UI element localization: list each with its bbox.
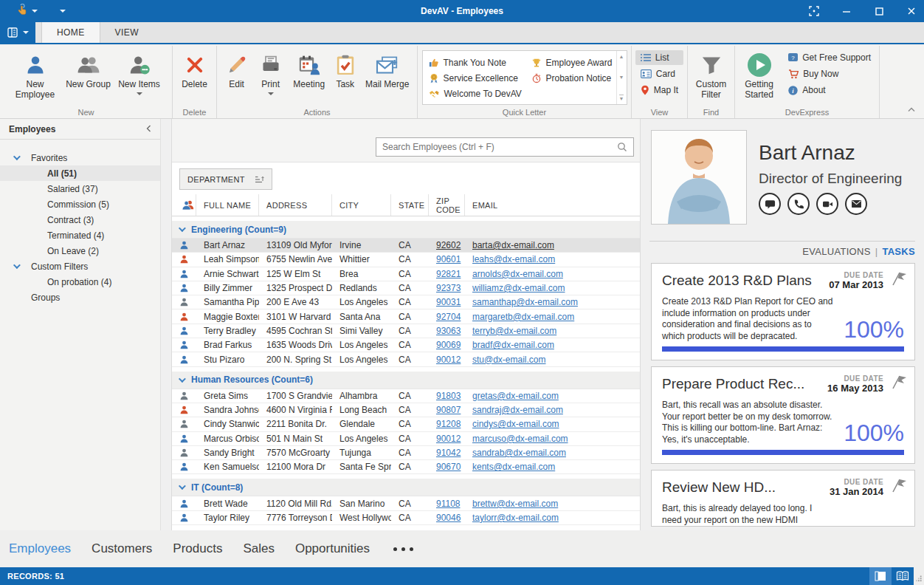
email-link[interactable]: brettw@dx-email.com xyxy=(472,499,558,509)
email-link[interactable]: margaretb@dx-email.com xyxy=(472,312,574,322)
search-input[interactable] xyxy=(382,142,617,152)
chat-button[interactable] xyxy=(759,193,781,215)
zip-link[interactable]: 90046 xyxy=(436,513,461,523)
close-icon[interactable] xyxy=(905,4,918,18)
employee-award-item[interactable]: Employee Award xyxy=(531,55,624,70)
zip-link[interactable]: 91208 xyxy=(436,419,461,429)
about-button[interactable]: i About xyxy=(783,83,876,98)
email-link[interactable]: cindys@dx-email.com xyxy=(472,419,559,429)
zip-link[interactable]: 91108 xyxy=(436,499,460,509)
service-excellence-item[interactable]: Service Excellence xyxy=(429,70,528,86)
zip-link[interactable]: 92821 xyxy=(436,269,461,279)
sidebar-item-favorites[interactable]: Favorites xyxy=(0,150,160,165)
card-layout-toggle-icon[interactable] xyxy=(892,567,914,585)
email-link[interactable]: bradf@dx-email.com xyxy=(472,340,554,350)
edit-button[interactable]: Edit xyxy=(220,49,253,90)
sidebar-item-salaried-37[interactable]: Salaried (37) xyxy=(0,181,160,196)
chevron-down-icon[interactable] xyxy=(13,261,21,269)
column-header-email[interactable]: EMAIL xyxy=(465,194,640,216)
employee-row[interactable]: Arnie Schwartz125 W Elm StBreaCA92821arn… xyxy=(172,267,640,281)
list-layout-toggle-icon[interactable] xyxy=(869,567,892,585)
buy-now-button[interactable]: Buy Now xyxy=(783,66,876,81)
zip-link[interactable]: 90031 xyxy=(436,297,461,307)
employee-row[interactable]: Sandra Johnson4600 N Virginia Rd.Long Be… xyxy=(172,403,640,417)
zip-link[interactable]: 91803 xyxy=(436,391,461,401)
zip-link[interactable]: 90012 xyxy=(436,434,461,444)
zip-link[interactable]: 92704 xyxy=(436,312,461,322)
employee-row[interactable]: Terry Bradley4595 Cochran StSimi ValleyC… xyxy=(172,324,640,338)
employee-row[interactable]: Maggie Boxter3101 W Harvard StSanta AnaC… xyxy=(172,309,640,324)
employee-row[interactable]: Bart Arnaz13109 Old Myford RdIrvineCA926… xyxy=(172,239,640,253)
email-link[interactable]: samanthap@dx-email.com xyxy=(472,297,578,307)
email-link[interactable]: gretas@dx-email.com xyxy=(472,391,559,401)
probation-notice-item[interactable]: Probation Notice xyxy=(531,70,624,86)
search-box[interactable] xyxy=(376,137,634,157)
column-header-address[interactable]: ADDRESS xyxy=(259,194,332,216)
email-link[interactable]: barta@dx-email.com xyxy=(472,240,554,250)
employee-type-column-header[interactable] xyxy=(172,194,196,216)
custom-filter-button[interactable]: Custom Filter xyxy=(691,49,731,100)
sidebar-item-terminated-4[interactable]: Terminated (4) xyxy=(0,228,160,243)
zip-link[interactable]: 90012 xyxy=(436,355,461,365)
module-tab-customers[interactable]: Customers xyxy=(92,541,152,556)
delete-button[interactable]: Delete xyxy=(176,49,213,90)
new-items-button[interactable]: New Items xyxy=(114,49,165,95)
video-call-button[interactable] xyxy=(816,193,838,215)
employee-row[interactable]: Leah Simpson6755 Newlin AveWhittierCA906… xyxy=(172,253,640,267)
chevron-down-icon[interactable] xyxy=(179,225,186,232)
zip-link[interactable]: 90069 xyxy=(436,340,461,350)
task-card[interactable]: Create 2013 R&D PlansDUE DATE07 Mar 2013… xyxy=(651,263,915,360)
maximize-icon[interactable] xyxy=(872,4,886,18)
employee-row[interactable]: Sandy Bright7570 McGroarty TerTujungaCA9… xyxy=(172,446,640,460)
ribbon-collapse-icon[interactable] xyxy=(908,105,915,114)
email-link[interactable]: arnolds@dx-email.com xyxy=(472,269,563,279)
employee-row[interactable]: Billy Zimmer1325 Prospect DrRedlandsCA92… xyxy=(172,281,640,295)
zip-link[interactable]: 90670 xyxy=(436,462,461,472)
getting-started-button[interactable]: Getting Started xyxy=(738,49,780,100)
sidebar-item-groups[interactable]: Groups xyxy=(0,290,160,305)
zip-link[interactable]: 92373 xyxy=(436,283,461,293)
employee-row[interactable]: Samantha Piper200 E Ave 43Los AngelesCA9… xyxy=(172,295,640,309)
thank-you-note-item[interactable]: Thank You Note xyxy=(429,55,528,70)
sidebar-item-commission-5[interactable]: Commission (5) xyxy=(0,196,160,212)
chevron-down-icon[interactable] xyxy=(179,375,186,383)
group-row[interactable]: IT (Count=8) xyxy=(172,479,640,496)
call-button[interactable] xyxy=(787,193,810,215)
more-modules-icon[interactable] xyxy=(393,547,413,551)
employee-row[interactable]: Taylor Riley7776 Torreyson DrWest Hollyw… xyxy=(172,511,640,525)
email-link[interactable]: stu@dx-email.com xyxy=(472,355,546,365)
module-tab-products[interactable]: Products xyxy=(173,541,222,556)
fullscreen-icon[interactable] xyxy=(807,4,821,18)
chevron-down-icon[interactable] xyxy=(179,483,186,490)
sidebar-item-all-51[interactable]: All (51) xyxy=(0,165,160,181)
sidebar-collapse-icon[interactable] xyxy=(146,125,151,134)
email-button[interactable] xyxy=(845,193,867,215)
group-by-department-button[interactable]: DEPARTMENT xyxy=(179,168,272,190)
email-link[interactable]: sandrab@dx-email.com xyxy=(472,448,566,458)
employee-row[interactable]: Ken Samuelson12100 Mora DrSanta Fe Sprin… xyxy=(172,460,640,474)
column-header-full-name[interactable]: FULL NAME xyxy=(196,194,259,216)
task-card[interactable]: Prepare Product Rec...DUE DATE16 May 201… xyxy=(651,366,915,464)
module-tab-employees[interactable]: Employees xyxy=(9,541,71,556)
email-link[interactable]: kents@dx-email.com xyxy=(472,462,555,472)
chevron-down-icon[interactable] xyxy=(13,153,21,160)
column-header-zip-code[interactable]: ZIP CODE xyxy=(429,194,465,216)
sidebar-item-on-leave-2[interactable]: On Leave (2) xyxy=(0,243,160,259)
employee-row[interactable]: Greta Sims1700 S Grandview Dr.AlhambraCA… xyxy=(172,389,640,403)
minimize-icon[interactable] xyxy=(840,4,853,18)
email-link[interactable]: marcuso@dx-email.com xyxy=(472,434,568,444)
new-employee-button[interactable]: New Employee xyxy=(8,49,63,100)
task-card[interactable]: Review New HD...DUE DATE31 Jan 2014Bart,… xyxy=(651,470,915,527)
card-view-button[interactable]: Card xyxy=(635,66,683,81)
list-view-button[interactable]: List xyxy=(635,50,683,65)
resize-grip[interactable] xyxy=(914,567,924,585)
tab-view[interactable]: VIEW xyxy=(100,22,154,43)
employee-row[interactable]: Cindy Stanwick2211 Bonita Dr.GlendaleCA9… xyxy=(172,417,640,431)
new-group-button[interactable]: New Group xyxy=(63,49,114,90)
employee-row[interactable]: Brad Farkus1635 Woods DriveLos AngelesCA… xyxy=(172,338,640,352)
employee-row[interactable]: Stu Pizaro200 N. Spring StLos AngelesCA9… xyxy=(172,352,640,366)
email-link[interactable]: leahs@dx-email.com xyxy=(472,254,555,264)
email-link[interactable]: terryb@dx-email.com xyxy=(472,326,556,336)
get-free-support-button[interactable]: ? Get Free Support xyxy=(783,50,876,65)
sidebar-item-on-probation-4[interactable]: On probation (4) xyxy=(0,274,160,290)
